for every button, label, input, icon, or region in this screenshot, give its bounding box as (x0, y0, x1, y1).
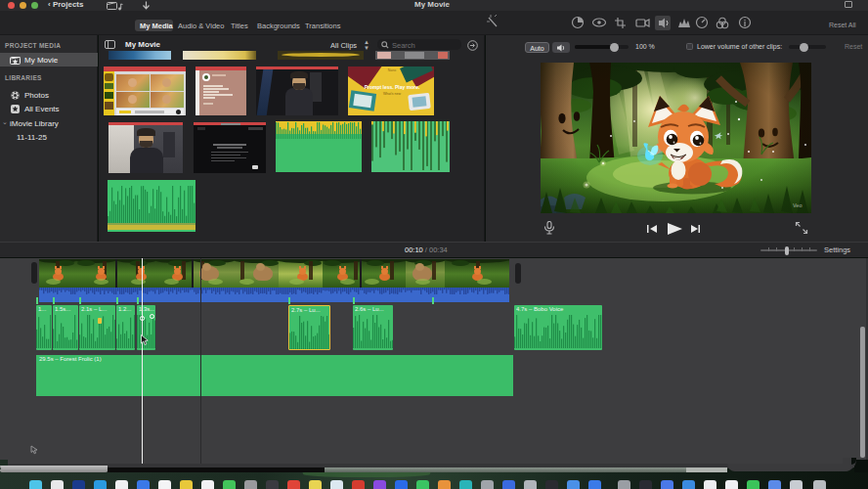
svg-text:Veo: Veo (793, 202, 802, 208)
